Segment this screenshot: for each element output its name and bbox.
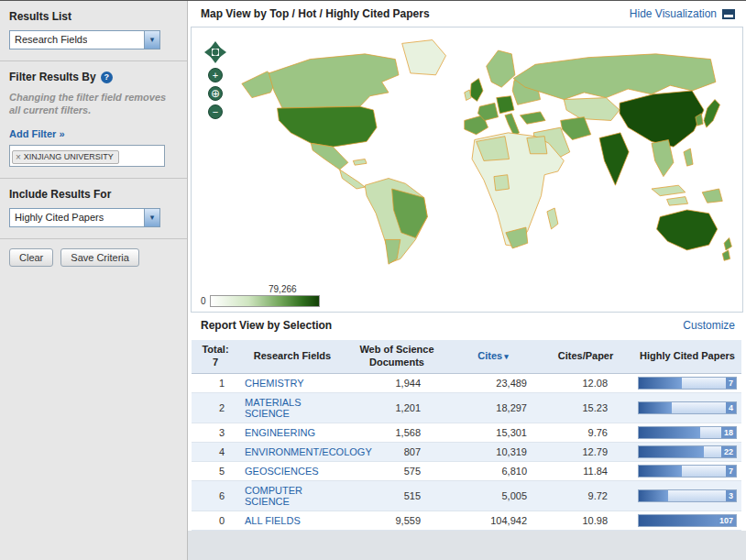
rank-cell: 5 xyxy=(192,461,239,480)
map-legend: 79,266 0 xyxy=(201,284,320,307)
zoom-in-button[interactable]: + xyxy=(208,68,223,82)
col-research-fields: Research Fields xyxy=(239,340,346,373)
research-field-link[interactable]: COMPUTER SCIENCE xyxy=(245,485,302,507)
legend-gradient xyxy=(210,295,320,307)
cites-per-paper-cell: 9.76 xyxy=(538,423,633,442)
pan-control[interactable] xyxy=(203,40,227,64)
cites-cell: 5,005 xyxy=(448,480,538,511)
report-table: Total: 7 Research Fields Web of Science … xyxy=(192,340,741,531)
results-list-dropdown-value: Research Fields xyxy=(10,31,87,49)
cites-sort-link[interactable]: Cites▾ xyxy=(477,350,508,361)
filter-tag-label: XINJIANG UNIVERSITY xyxy=(24,152,114,161)
research-field-link[interactable]: ENVIRONMENT/ECOLOGY xyxy=(245,446,372,457)
rank-cell: 0 xyxy=(192,511,239,530)
sort-desc-icon: ▾ xyxy=(504,352,509,361)
docs-cell: 515 xyxy=(346,480,448,511)
add-filter-link[interactable]: Add Filter » xyxy=(9,128,65,139)
bar-value: 107 xyxy=(717,515,736,526)
highly-cited-bar: 3 xyxy=(638,489,737,502)
table-row: 0 ALL FIELDS 9,559 104,942 10.98 107 xyxy=(192,511,741,530)
rank-cell: 2 xyxy=(192,392,239,423)
filter-input[interactable]: × XINJIANG UNIVERSITY xyxy=(9,145,165,167)
highly-cited-cell: 3 xyxy=(633,480,741,511)
cites-cell: 6,810 xyxy=(448,461,538,480)
docs-cell: 1,568 xyxy=(346,423,448,442)
save-criteria-button[interactable]: Save Criteria xyxy=(60,248,139,267)
report-title: Report View by Selection xyxy=(201,319,332,332)
include-results-dropdown-value: Highly Cited Papers xyxy=(10,209,104,226)
total-header: Total: 7 xyxy=(192,340,239,373)
col-cites[interactable]: Cites▾ xyxy=(448,340,538,373)
cites-per-paper-cell: 10.98 xyxy=(538,511,633,530)
zoom-out-button[interactable]: − xyxy=(208,104,223,119)
cites-cell: 18,297 xyxy=(448,392,538,423)
cites-cell: 15,301 xyxy=(448,423,538,442)
map-panel: + ⊕ − xyxy=(191,27,743,313)
total-value: 7 xyxy=(213,357,218,368)
research-field-link[interactable]: CHEMISTRY xyxy=(245,378,304,389)
world-map[interactable] xyxy=(230,31,736,268)
cites-per-paper-cell: 11.84 xyxy=(538,461,633,480)
cites-cell: 104,942 xyxy=(448,511,538,530)
remove-filter-icon[interactable]: × xyxy=(16,152,21,162)
chevron-down-icon: ▾ xyxy=(144,209,159,226)
research-field-link[interactable]: ENGINEERING xyxy=(245,427,315,438)
rank-cell: 4 xyxy=(192,442,239,461)
total-label: Total: xyxy=(202,344,228,355)
filter-tag[interactable]: × XINJIANG UNIVERSITY xyxy=(12,150,119,164)
results-list-title: Results List xyxy=(9,10,178,23)
research-field-link[interactable]: ALL FIELDS xyxy=(245,515,301,526)
table-row: 6 COMPUTER SCIENCE 515 5,005 9.72 3 xyxy=(192,480,741,511)
highly-cited-cell: 7 xyxy=(633,461,741,480)
rank-cell: 1 xyxy=(192,373,239,392)
col-documents: Web of Science Documents xyxy=(346,340,448,373)
research-field-link[interactable]: GEOSCIENCES xyxy=(245,466,319,477)
col-cites-per-paper: Cites/Paper xyxy=(538,340,633,373)
highly-cited-bar: 7 xyxy=(638,377,737,390)
bar-value: 7 xyxy=(726,466,736,477)
map-section-header: Map View by Top / Hot / Highly Cited Pap… xyxy=(188,1,746,27)
highly-cited-cell: 7 xyxy=(633,373,741,392)
highly-cited-cell: 18 xyxy=(633,423,741,442)
sidebar: Results List Research Fields ▾ Filter Re… xyxy=(0,1,188,560)
docs-cell: 1,201 xyxy=(346,392,448,423)
cites-per-paper-cell: 15.23 xyxy=(538,392,633,423)
legend-max-label: 79,266 xyxy=(269,284,320,294)
results-list-dropdown[interactable]: Research Fields ▾ xyxy=(9,30,160,49)
table-header-row: Total: 7 Research Fields Web of Science … xyxy=(192,340,741,373)
table-row: 1 CHEMISTRY 1,944 23,489 12.08 7 xyxy=(192,373,741,392)
highly-cited-cell: 107 xyxy=(633,511,741,530)
research-field-link[interactable]: MATERIALS SCIENCE xyxy=(245,397,302,419)
include-results-dropdown[interactable]: Highly Cited Papers ▾ xyxy=(9,208,160,227)
bar-value: 3 xyxy=(726,490,736,501)
sidebar-divider xyxy=(0,238,187,239)
main-content: Map View by Top / Hot / Highly Cited Pap… xyxy=(188,1,746,531)
minimize-icon xyxy=(722,9,735,19)
cites-cell: 10,319 xyxy=(448,442,538,461)
docs-cell: 575 xyxy=(346,461,448,480)
filter-results-title: Filter Results By ? xyxy=(9,71,178,83)
cites-cell: 23,489 xyxy=(448,373,538,392)
col-highly-cited: Highly Cited Papers xyxy=(633,340,741,373)
clear-button[interactable]: Clear xyxy=(9,248,53,267)
zoom-world-button[interactable]: ⊕ xyxy=(208,86,223,101)
cites-per-paper-cell: 9.72 xyxy=(538,480,633,511)
highly-cited-bar: 18 xyxy=(638,426,737,439)
chevron-down-icon: ▾ xyxy=(144,31,159,49)
cites-per-paper-cell: 12.08 xyxy=(538,373,633,392)
customize-link[interactable]: Customize xyxy=(683,319,735,332)
rank-cell: 3 xyxy=(192,423,239,442)
docs-cell: 1,944 xyxy=(346,373,448,392)
bar-value: 22 xyxy=(721,446,736,457)
table-row: 5 GEOSCIENCES 575 6,810 11.84 7 xyxy=(192,461,741,480)
filter-results-label: Filter Results By xyxy=(9,71,96,83)
help-icon[interactable]: ? xyxy=(101,71,113,83)
cites-per-paper-cell: 12.79 xyxy=(538,442,633,461)
legend-min-label: 0 xyxy=(201,296,206,306)
highly-cited-bar: 22 xyxy=(638,445,737,458)
map-title: Map View by Top / Hot / Highly Cited Pap… xyxy=(201,7,430,20)
hide-visualization-link[interactable]: Hide Visualization xyxy=(630,7,735,20)
bar-value: 7 xyxy=(726,378,736,389)
table-row: 4 ENVIRONMENT/ECOLOGY 807 10,319 12.79 2… xyxy=(192,442,741,461)
cites-label: Cites xyxy=(477,350,502,361)
